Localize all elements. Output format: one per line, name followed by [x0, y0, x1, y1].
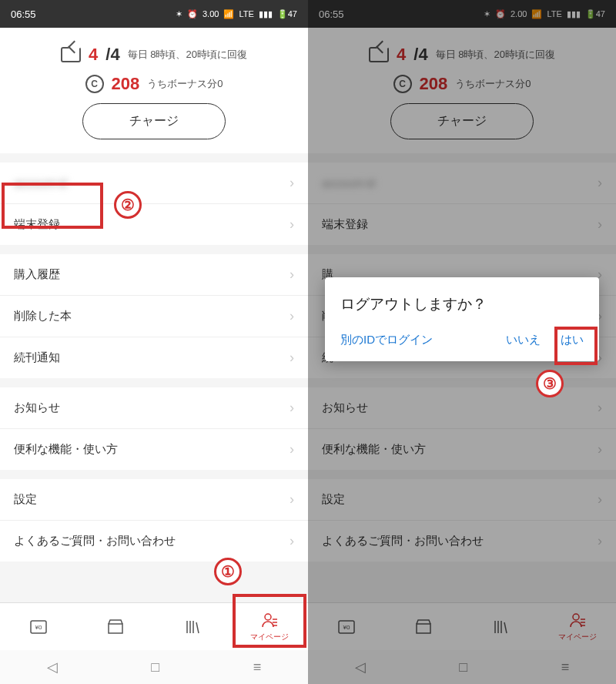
help-label: 便利な機能・使い方	[14, 442, 118, 457]
signal-icon: ▮▮▮	[259, 9, 273, 19]
menu-device[interactable]: 端末登録 ›	[0, 204, 308, 245]
wifi-icon: 📶	[223, 9, 234, 19]
menu-faq[interactable]: よくあるご質問・お問い合わせ ›	[308, 521, 616, 562]
chevron-icon: ›	[290, 308, 294, 324]
ticket-total: /4	[105, 45, 119, 65]
ticket-row: 4 /4 毎日 8時頃、20時頃に回復	[369, 45, 555, 65]
status-time: 06:55	[11, 8, 36, 20]
nav-mypage[interactable]: マイページ	[231, 603, 308, 650]
battery-icon: 🔋47	[277, 9, 297, 19]
coin-amount: 208	[112, 74, 140, 94]
home-icon[interactable]: □	[459, 659, 467, 676]
coin-icon: C	[393, 75, 412, 93]
status-bar: 06:55 ✶ ⏰ 3.00 📶 LTE ▮▮▮ 🔋47	[0, 0, 308, 28]
deleted-label: 削除した本	[14, 309, 72, 324]
home-icon[interactable]: □	[151, 659, 159, 676]
series-label: 続刊通知	[14, 350, 60, 365]
ticket-desc: 毎日 8時頃、20時頃に回復	[436, 48, 555, 62]
nav-bookshelf[interactable]	[154, 603, 231, 650]
lte-icon: LTE	[547, 9, 561, 18]
menu-history[interactable]: 購入履歴 ›	[0, 254, 308, 296]
settings-label: 設定	[322, 492, 345, 507]
svg-text:¥0: ¥0	[35, 624, 42, 631]
menu-help[interactable]: 便利な機能・使い方 ›	[308, 429, 616, 470]
section-settings: 設定 › よくあるご質問・お問い合わせ ›	[308, 479, 616, 562]
battery-icon: 🔋47	[585, 9, 605, 19]
dialog-title: ログアウトしますか？	[340, 294, 584, 314]
coin-desc: うちボーナス分0	[455, 77, 531, 91]
status-bar: 06:55 ✶ ⏰ 2.00 📶 LTE ▮▮▮ 🔋47	[308, 0, 616, 28]
faq-label: よくあるご質問・お問い合わせ	[322, 534, 484, 548]
menu-help[interactable]: 便利な機能・使い方 ›	[0, 429, 308, 470]
back-icon[interactable]: ◁	[47, 659, 58, 676]
charge-button[interactable]: チャージ	[82, 103, 226, 139]
section-settings: 設定 › よくあるご質問・お問い合わせ ›	[0, 479, 308, 562]
system-nav: ◁ □ ≡	[0, 650, 308, 684]
help-label: 便利な機能・使い方	[322, 442, 426, 457]
menu-settings[interactable]: 設定 ›	[0, 479, 308, 521]
lte-icon: LTE	[239, 9, 253, 18]
nav-mypage-label: マイページ	[558, 632, 597, 642]
coin-amount: 208	[420, 74, 448, 94]
back-icon[interactable]: ◁	[355, 659, 366, 676]
device-label: 端末登録	[322, 217, 368, 232]
svg-line-6	[196, 622, 199, 633]
dialog-yes[interactable]: はい	[561, 333, 584, 347]
ticket-current: 4	[89, 45, 98, 65]
section-info: お知らせ › 便利な機能・使い方 ›	[0, 387, 308, 470]
menu-device[interactable]: 端末登録 ›	[308, 204, 616, 245]
status-icons: ✶ ⏰ 3.00 📶 LTE ▮▮▮ 🔋47	[176, 9, 297, 19]
free-icon: ¥0	[28, 618, 49, 636]
ticket-icon	[61, 47, 81, 62]
nav-free[interactable]: ¥0	[0, 603, 77, 650]
nav-free[interactable]: ¥0	[308, 603, 385, 650]
ticket-row: 4 /4 毎日 8時頃、20時頃に回復	[61, 45, 247, 65]
history-label: 購入履歴	[14, 267, 60, 282]
nav-store[interactable]	[77, 603, 154, 650]
recent-icon[interactable]: ≡	[253, 659, 262, 676]
menu-settings[interactable]: 設定 ›	[308, 479, 616, 521]
svg-point-18	[573, 614, 579, 620]
ticket-desc: 毎日 8時頃、20時頃に回復	[128, 48, 247, 62]
svg-point-7	[265, 614, 271, 620]
nav-bookshelf[interactable]	[462, 603, 539, 650]
section-info: お知らせ › 便利な機能・使い方 ›	[308, 387, 616, 470]
person-icon	[259, 612, 280, 630]
charge-button[interactable]: チャージ	[390, 103, 534, 139]
ticket-total: /4	[413, 45, 427, 65]
store-icon	[413, 618, 434, 636]
nav-mypage[interactable]: マイページ	[539, 603, 616, 650]
account-label: account-id	[14, 176, 67, 189]
menu-faq[interactable]: よくあるご質問・お問い合わせ ›	[0, 521, 308, 562]
dialog-no[interactable]: いいえ	[506, 333, 541, 347]
menu-series[interactable]: 続刊通知 ›	[0, 337, 308, 378]
vibrate-icon: ✶	[484, 9, 490, 19]
nav-store[interactable]	[385, 603, 462, 650]
header-panel: 4 /4 毎日 8時頃、20時頃に回復 C 208 うちボーナス分0 チャージ	[308, 28, 616, 153]
menu-deleted[interactable]: 削除した本 ›	[0, 296, 308, 337]
chevron-icon: ›	[290, 533, 294, 549]
nav-mypage-label: マイページ	[250, 632, 289, 642]
books-icon	[182, 618, 203, 636]
status-icons: ✶ ⏰ 2.00 📶 LTE ▮▮▮ 🔋47	[484, 9, 605, 19]
logout-dialog: ログアウトしますか？ 別のIDでログイン いいえ はい	[325, 277, 599, 361]
menu-news[interactable]: お知らせ ›	[0, 387, 308, 429]
menu-account[interactable]: account-id ›	[308, 163, 616, 204]
menu-news[interactable]: お知らせ ›	[308, 387, 616, 429]
recent-icon[interactable]: ≡	[561, 659, 570, 676]
news-label: お知らせ	[322, 401, 368, 415]
header-panel: 4 /4 毎日 8時頃、20時頃に回復 C 208 うちボーナス分0 チャージ	[0, 28, 308, 153]
section-account: account-id › 端末登録 ›	[0, 163, 308, 245]
svg-text:¥0: ¥0	[343, 624, 350, 631]
news-label: お知らせ	[14, 401, 60, 415]
chevron-icon: ›	[290, 175, 294, 191]
ticket-icon	[369, 47, 389, 62]
menu-account[interactable]: account-id ›	[0, 163, 308, 204]
coin-desc: うちボーナス分0	[147, 77, 223, 91]
coin-row: C 208 うちボーナス分0	[393, 74, 531, 94]
section-library: 購入履歴 › 削除した本 › 続刊通知 ›	[0, 254, 308, 378]
dialog-other-id[interactable]: 別のIDでログイン	[340, 333, 433, 347]
chevron-icon: ›	[290, 400, 294, 416]
bottom-nav: ¥0 マイページ	[308, 602, 616, 650]
annotation-2: ②	[114, 191, 142, 219]
